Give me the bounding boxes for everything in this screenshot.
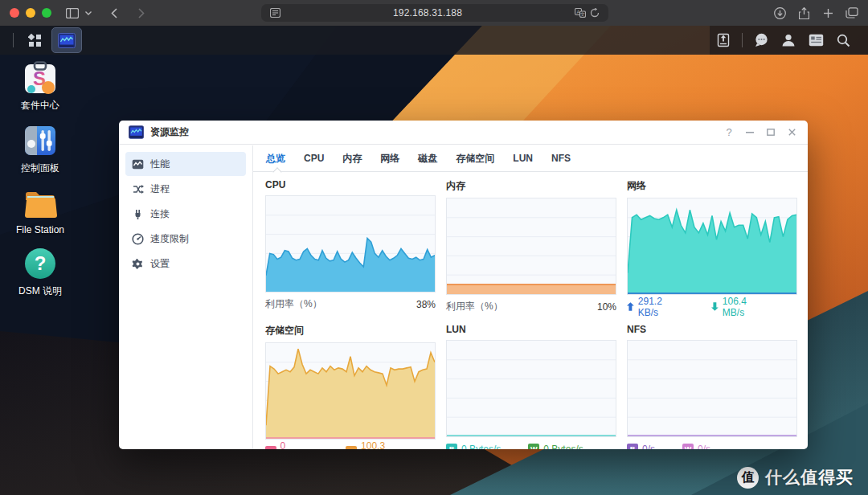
upload-arrow-icon xyxy=(627,302,634,311)
control-panel-icon xyxy=(23,124,57,158)
volume-panel: 存储空间 R 0 Bytes/s W 100.3 MB/s xyxy=(265,324,436,449)
window-sidebar: 性能 进程 连接 速度 xyxy=(119,145,253,449)
gauge-icon xyxy=(132,233,144,245)
nfs-chart xyxy=(628,341,796,436)
person-icon xyxy=(781,33,796,47)
widgets-button[interactable] xyxy=(804,28,828,52)
desktop-icon-dsm-help[interactable]: ? DSM 说明 xyxy=(2,247,79,298)
write-badge: W xyxy=(528,444,539,450)
reader-view-icon[interactable] xyxy=(268,3,282,22)
back-button[interactable] xyxy=(104,3,124,22)
smzdm-watermark: 值 什么值得买 xyxy=(737,466,854,489)
taskbar-tray xyxy=(710,26,868,55)
network-download-value: 106.4 MB/s xyxy=(723,296,770,318)
sidebar-item-label: 速度限制 xyxy=(150,232,189,246)
minimize-window-button[interactable] xyxy=(26,8,35,18)
chevron-down-icon[interactable] xyxy=(82,3,95,22)
external-device-button[interactable] xyxy=(711,28,735,52)
tab-lun[interactable]: LUN xyxy=(513,153,533,164)
memory-panel: 内存 利用率（%） 10% xyxy=(446,179,616,313)
sidebar-toggle-icon[interactable] xyxy=(63,3,82,22)
svg-text:文: 文 xyxy=(580,11,585,17)
sidebar-item-processes[interactable]: 进程 xyxy=(125,177,246,201)
svg-text:S: S xyxy=(33,68,46,89)
tab-memory[interactable]: 内存 xyxy=(342,152,362,166)
tab-network[interactable]: 网络 xyxy=(380,152,399,166)
nfs-panel-title: NFS xyxy=(627,324,797,335)
reload-icon[interactable] xyxy=(588,3,602,22)
sidebar-item-settings[interactable]: 设置 xyxy=(125,252,246,276)
desktop-icon-label: File Station xyxy=(16,224,64,235)
cpu-panel-title: CPU xyxy=(265,179,436,190)
tab-nfs[interactable]: NFS xyxy=(551,153,571,164)
package-center-icon: S xyxy=(23,61,57,95)
widgets-icon xyxy=(809,34,824,47)
new-tab-icon[interactable] xyxy=(818,3,837,22)
search-button[interactable] xyxy=(831,28,855,52)
taskbar-divider xyxy=(13,33,14,47)
svg-text:A: A xyxy=(576,10,579,14)
sidebar-item-speed-limit[interactable]: 速度限制 xyxy=(125,227,246,251)
share-icon[interactable] xyxy=(794,3,813,22)
charts-grid: CPU 利用率（%） 38% 内存 利用率（%） 10% xyxy=(265,179,798,449)
svg-text:?: ? xyxy=(35,252,47,274)
downloads-icon[interactable] xyxy=(770,3,789,22)
desktop-icon-label: 套件中心 xyxy=(21,99,59,112)
taskbar-app-resource-monitor[interactable] xyxy=(52,28,81,52)
plug-icon xyxy=(132,208,144,220)
sidebar-item-performance[interactable]: 性能 xyxy=(125,152,246,176)
zoom-window-button[interactable] xyxy=(42,8,51,18)
performance-icon xyxy=(132,158,144,170)
window-title: 资源监控 xyxy=(150,125,189,139)
sidebar-item-label: 性能 xyxy=(150,158,170,171)
sidebar-item-connections[interactable]: 连接 xyxy=(125,202,246,226)
nfs-read-value: 0/s xyxy=(642,444,655,450)
write-badge: W xyxy=(682,444,694,450)
cpu-panel: CPU 利用率（%） 38% xyxy=(265,179,436,313)
maximize-button[interactable] xyxy=(764,126,777,139)
main-menu-button[interactable] xyxy=(20,28,49,52)
desktop-icon-package-center[interactable]: S 套件中心 xyxy=(2,61,79,112)
tab-volume[interactable]: 存储空间 xyxy=(456,152,494,166)
close-button[interactable] xyxy=(785,126,798,139)
minimize-button[interactable] xyxy=(743,126,756,139)
tab-overview-icon[interactable] xyxy=(842,3,862,22)
file-station-icon xyxy=(23,186,57,220)
tab-overview[interactable]: 总览 xyxy=(266,152,285,166)
window-titlebar[interactable]: 资源监控 ? xyxy=(119,121,808,145)
desktop-icon-label: 控制面板 xyxy=(21,162,59,175)
read-badge: R xyxy=(446,444,457,450)
sidebar-item-label: 进程 xyxy=(150,182,170,196)
volume-write-value: 100.3 MB/s xyxy=(361,440,408,450)
tab-disk[interactable]: 磁盘 xyxy=(418,152,437,166)
lun-panel-title: LUN xyxy=(446,324,616,335)
write-badge: W xyxy=(346,446,357,450)
notifications-button[interactable] xyxy=(749,28,773,52)
resource-monitor-icon xyxy=(129,125,144,140)
forward-button[interactable] xyxy=(132,3,151,22)
volume-chart xyxy=(266,343,435,439)
lun-read-value: 0 Bytes/s xyxy=(461,444,501,450)
memory-chart xyxy=(447,198,616,294)
network-panel: 网络 291.2 KB/s 106.4 MB/s xyxy=(627,179,797,313)
tab-cpu[interactable]: CPU xyxy=(304,153,324,164)
network-upload-value: 291.2 KB/s xyxy=(638,296,684,318)
help-button[interactable]: ? xyxy=(723,126,735,139)
close-window-button[interactable] xyxy=(10,8,19,18)
address-bar[interactable]: 192.168.31.188 A文 xyxy=(261,4,608,22)
volume-panel-title: 存储空间 xyxy=(265,324,436,338)
translate-icon[interactable]: A文 xyxy=(573,3,588,22)
sidebar-item-label: 设置 xyxy=(150,257,170,271)
url-text[interactable]: 192.168.31.188 xyxy=(282,7,573,18)
lun-panel: LUN R 0 Bytes/s W 0 Bytes/s xyxy=(446,324,616,449)
user-options-button[interactable] xyxy=(776,28,800,52)
tab-bar: 总览 CPU 内存 网络 磁盘 存储空间 LUN NFS xyxy=(253,145,808,172)
sidebar-item-label: 连接 xyxy=(150,207,170,221)
dsm-desktop: S 套件中心 控制面板 xyxy=(0,26,868,495)
desktop-icon-file-station[interactable]: File Station xyxy=(2,186,79,235)
resource-monitor-icon xyxy=(58,33,76,48)
active-tab-caret xyxy=(272,167,281,176)
window-content: 总览 CPU 内存 网络 磁盘 存储空间 LUN NFS CPU xyxy=(253,145,808,449)
smzdm-logo: 值 xyxy=(737,467,759,489)
desktop-icon-control-panel[interactable]: 控制面板 xyxy=(2,124,79,175)
